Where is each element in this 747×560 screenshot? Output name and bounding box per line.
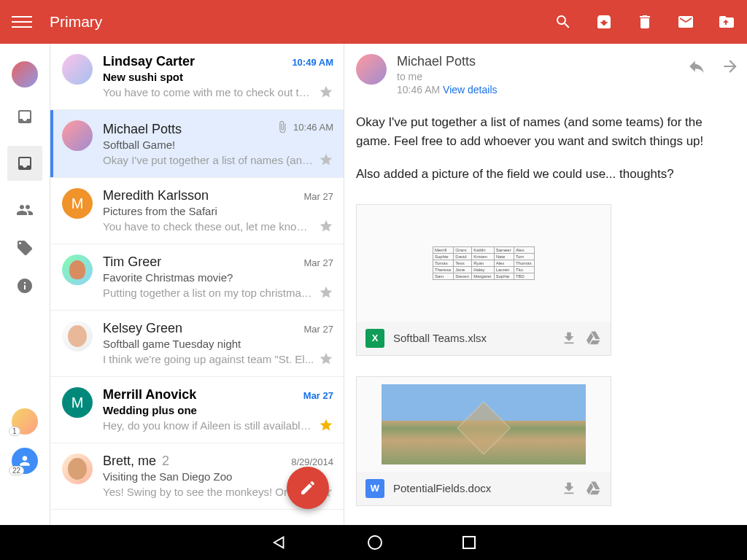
email-timestamp: 10:46 AM <box>397 84 440 96</box>
download-icon[interactable] <box>561 330 577 346</box>
email-time: 10:46 AM <box>293 122 333 133</box>
email-time: Mar 27 <box>304 257 333 268</box>
email-list-item[interactable]: Tim GreerMar 27Favorite Christmas movie?… <box>50 244 344 311</box>
move-to-icon[interactable] <box>718 13 735 31</box>
email-detail: Michael Potts to me 10:46 AM View detail… <box>344 44 747 525</box>
social-category-icon[interactable] <box>16 201 34 219</box>
sender-name: Merrill Anovick <box>103 387 196 402</box>
email-preview: Yes! Swing by to see the monkeys! On F <box>103 486 314 498</box>
email-subject: Softball game Tuesday night <box>103 338 333 350</box>
back-nav-icon[interactable] <box>271 534 287 551</box>
promotions-category-icon[interactable] <box>16 239 34 257</box>
primary-category-icon[interactable] <box>7 146 42 181</box>
email-time: Mar 27 <box>304 191 333 202</box>
email-subject: Favorite Christmas movie? <box>103 271 333 284</box>
menu-icon[interactable] <box>12 12 32 32</box>
sender-avatar[interactable]: M <box>62 188 93 219</box>
delete-icon[interactable] <box>636 13 654 31</box>
email-preview: You have to check these out, let me know… <box>103 220 314 233</box>
attachment-icon <box>276 120 289 133</box>
sender-avatar[interactable] <box>62 254 93 285</box>
search-icon[interactable] <box>554 13 572 31</box>
email-body: Okay I've put together a list of names (… <box>356 113 740 184</box>
app-header: Primary <box>0 0 747 44</box>
sender-name: Michael Potts <box>397 54 498 69</box>
email-time: 8/29/2014 <box>291 456 333 467</box>
sender-name: Tim Greer <box>103 254 161 270</box>
star-icon[interactable] <box>319 351 333 366</box>
sender-avatar[interactable]: M <box>62 387 93 418</box>
account-avatar[interactable] <box>12 61 38 88</box>
home-nav-icon[interactable] <box>368 535 382 550</box>
attachment-filename: PotentialFields.docx <box>393 482 491 494</box>
archive-icon[interactable] <box>595 13 613 31</box>
account-switch-avatar[interactable]: 1 <box>12 408 38 435</box>
email-list-item[interactable]: Lindsay Carter10:49 AMNew sushi spotYou … <box>50 44 344 110</box>
attachment-card[interactable]: W PotentialFields.docx <box>356 376 611 506</box>
star-icon[interactable] <box>319 285 333 300</box>
email-preview: Okay I've put together a list of names (… <box>103 154 314 166</box>
sender-name: Lindsay Carter <box>103 54 195 69</box>
compose-button[interactable] <box>287 467 329 509</box>
thread-count: 2 <box>162 454 169 469</box>
sender-name: Michael Potts <box>103 122 182 137</box>
view-details-link[interactable]: View details <box>443 84 497 96</box>
recipient-line[interactable]: to me <box>397 71 498 82</box>
forward-icon[interactable] <box>721 57 740 76</box>
star-icon[interactable] <box>319 219 333 233</box>
email-preview: Putting together a list on my top christ… <box>103 287 314 299</box>
attachment-card[interactable]: MerrillGrantKaitlinSameerAlexSophieDavid… <box>356 204 611 356</box>
email-preview: You have to come with me to check out th… <box>103 86 314 98</box>
inbox-all-icon[interactable] <box>16 108 34 125</box>
sender-avatar[interactable] <box>356 54 387 85</box>
reply-icon[interactable] <box>687 57 706 76</box>
sender-avatar[interactable] <box>62 321 93 351</box>
drive-icon[interactable] <box>586 481 602 497</box>
email-preview: I think we're going up against team "St.… <box>103 353 314 365</box>
field-image-preview <box>382 384 586 464</box>
email-time: Mar 27 <box>304 324 333 335</box>
sender-avatar[interactable] <box>62 454 93 484</box>
email-subject: New sushi spot <box>103 71 333 83</box>
info-icon[interactable] <box>16 277 34 295</box>
sender-avatar[interactable] <box>62 54 93 85</box>
star-icon[interactable] <box>319 418 333 432</box>
xlsx-file-icon: X <box>365 329 384 348</box>
drive-icon[interactable] <box>586 330 602 346</box>
sender-name: Meredith Karlsson <box>103 188 209 203</box>
header-title: Primary <box>50 13 102 31</box>
email-list-item[interactable]: MMeredith KarlssonMar 27Pictures from th… <box>50 178 344 244</box>
recent-nav-icon[interactable] <box>462 536 476 549</box>
android-nav-bar <box>0 525 747 560</box>
star-icon[interactable] <box>319 152 333 167</box>
email-time: Mar 27 <box>303 390 333 401</box>
sidebar: 1 22 <box>0 44 50 525</box>
email-time: 10:49 AM <box>292 57 333 68</box>
attachment-filename: Softball Teams.xlsx <box>393 332 487 344</box>
email-list-item[interactable]: Kelsey GreenMar 27Softball game Tuesday … <box>50 311 344 377</box>
docx-file-icon: W <box>365 479 384 498</box>
email-subject: Pictures from the Safari <box>103 205 333 217</box>
add-account-icon[interactable]: 22 <box>12 448 38 474</box>
star-icon[interactable] <box>319 85 333 99</box>
email-list-item[interactable]: MMerrill AnovickMar 27Wedding plus oneHe… <box>50 377 344 443</box>
spreadsheet-preview: MerrillGrantKaitlinSameerAlexSophieDavid… <box>433 246 535 280</box>
download-icon[interactable] <box>561 481 577 497</box>
sender-name: Kelsey Green <box>103 321 182 336</box>
sender-name: Brett, me <box>103 454 156 469</box>
email-preview: Hey, do you know if Aileen is still avai… <box>103 419 314 432</box>
mark-unread-icon[interactable] <box>677 13 694 31</box>
email-subject: Wedding plus one <box>103 404 333 416</box>
email-list: Lindsay Carter10:49 AMNew sushi spotYou … <box>50 44 344 525</box>
email-list-item[interactable]: Michael Potts10:46 AMSoftball Game!Okay … <box>50 110 344 178</box>
email-subject: Softball Game! <box>103 139 333 151</box>
sender-avatar[interactable] <box>62 120 93 151</box>
